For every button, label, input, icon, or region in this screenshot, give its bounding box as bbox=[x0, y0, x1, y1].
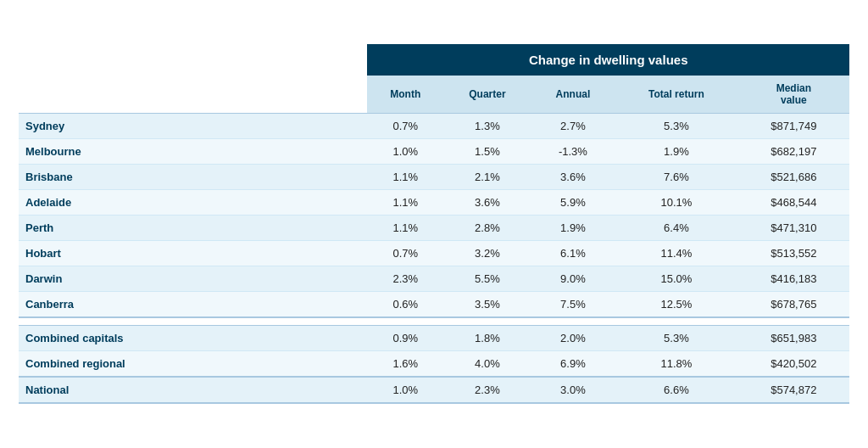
table-row: Adelaide1.1%3.6%5.9%10.1%$468,544 bbox=[19, 190, 849, 216]
table-row: Perth1.1%2.8%1.9%6.4%$471,310 bbox=[19, 216, 849, 241]
national-cell-month: 1.0% bbox=[367, 377, 443, 403]
cell-quarter: 1.3% bbox=[443, 114, 531, 139]
cell-month: 1.1% bbox=[367, 165, 443, 190]
national-cell-median_value: $574,872 bbox=[738, 377, 849, 403]
table-row: Brisbane1.1%2.1%3.6%7.6%$521,686 bbox=[19, 165, 849, 190]
cell-month: 1.1% bbox=[367, 190, 443, 216]
national-cell-total_return: 6.6% bbox=[615, 377, 737, 403]
col-header-quarter: Quarter bbox=[443, 76, 531, 114]
table-row: Melbourne1.0%1.5%-1.3%1.9%$682,197 bbox=[19, 139, 849, 165]
cell-annual: -1.3% bbox=[531, 139, 615, 165]
cell-median_value: $513,552 bbox=[738, 241, 849, 266]
cell-total_return: 15.0% bbox=[615, 266, 737, 292]
cell-month: 1.1% bbox=[367, 216, 443, 241]
city-name: Darwin bbox=[19, 266, 367, 292]
cell-total_return: 10.1% bbox=[615, 190, 737, 216]
cell-total_return: 5.3% bbox=[615, 114, 737, 139]
cell-annual: 7.5% bbox=[531, 292, 615, 318]
cell-median_value: $871,749 bbox=[738, 114, 849, 139]
combined-cell-total_return: 5.3% bbox=[615, 326, 737, 351]
table-row: Hobart0.7%3.2%6.1%11.4%$513,552 bbox=[19, 241, 849, 266]
empty-header bbox=[19, 44, 367, 76]
dwelling-values-table: Change in dwelling values Month Quarter … bbox=[19, 44, 849, 404]
combined-row: Combined capitals0.9%1.8%2.0%5.3%$651,98… bbox=[19, 326, 849, 351]
national-row: National1.0%2.3%3.0%6.6%$574,872 bbox=[19, 377, 849, 403]
cell-total_return: 7.6% bbox=[615, 165, 737, 190]
main-header-row: Change in dwelling values bbox=[19, 44, 849, 76]
cell-quarter: 3.6% bbox=[443, 190, 531, 216]
cell-median_value: $682,197 bbox=[738, 139, 849, 165]
cell-annual: 6.1% bbox=[531, 241, 615, 266]
cell-total_return: 12.5% bbox=[615, 292, 737, 318]
cell-month: 1.0% bbox=[367, 139, 443, 165]
cell-quarter: 2.8% bbox=[443, 216, 531, 241]
cell-quarter: 3.5% bbox=[443, 292, 531, 318]
combined-cell-month: 0.9% bbox=[367, 326, 443, 351]
city-name: Hobart bbox=[19, 241, 367, 266]
cell-median_value: $521,686 bbox=[738, 165, 849, 190]
cell-total_return: 1.9% bbox=[615, 139, 737, 165]
cell-month: 2.3% bbox=[367, 266, 443, 292]
national-city-name: National bbox=[19, 377, 367, 403]
cell-median_value: $471,310 bbox=[738, 216, 849, 241]
col-header-total-return: Total return bbox=[615, 76, 737, 114]
cell-median_value: $468,544 bbox=[738, 190, 849, 216]
cell-annual: 1.9% bbox=[531, 216, 615, 241]
separator-row bbox=[19, 317, 849, 326]
national-cell-quarter: 2.3% bbox=[443, 377, 531, 403]
cell-quarter: 1.5% bbox=[443, 139, 531, 165]
col-header-row: Month Quarter Annual Total return Median… bbox=[19, 76, 849, 114]
table-row: Sydney0.7%1.3%2.7%5.3%$871,749 bbox=[19, 114, 849, 139]
combined-cell-annual: 2.0% bbox=[531, 326, 615, 351]
city-name: Sydney bbox=[19, 114, 367, 139]
city-name: Brisbane bbox=[19, 165, 367, 190]
combined-cell-quarter: 1.8% bbox=[443, 326, 531, 351]
national-cell-annual: 3.0% bbox=[531, 377, 615, 403]
table-body: Sydney0.7%1.3%2.7%5.3%$871,749Melbourne1… bbox=[19, 114, 849, 404]
combined-cell-median_value: $651,983 bbox=[738, 326, 849, 351]
city-name: Canberra bbox=[19, 292, 367, 318]
col-header-annual: Annual bbox=[531, 76, 615, 114]
combined-cell-median_value: $420,502 bbox=[738, 351, 849, 378]
cell-annual: 2.7% bbox=[531, 114, 615, 139]
cell-month: 0.7% bbox=[367, 241, 443, 266]
combined-cell-quarter: 4.0% bbox=[443, 351, 531, 378]
combined-cell-total_return: 11.8% bbox=[615, 351, 737, 378]
cell-annual: 3.6% bbox=[531, 165, 615, 190]
col-header-month: Month bbox=[367, 76, 443, 114]
combined-city-name: Combined regional bbox=[19, 351, 367, 378]
cell-median_value: $416,183 bbox=[738, 266, 849, 292]
cell-total_return: 6.4% bbox=[615, 216, 737, 241]
combined-row: Combined regional1.6%4.0%6.9%11.8%$420,5… bbox=[19, 351, 849, 378]
combined-city-name: Combined capitals bbox=[19, 326, 367, 351]
cell-month: 0.6% bbox=[367, 292, 443, 318]
col-header-median-value: Medianvalue bbox=[738, 76, 849, 114]
cell-month: 0.7% bbox=[367, 114, 443, 139]
cell-quarter: 3.2% bbox=[443, 241, 531, 266]
table-row: Darwin2.3%5.5%9.0%15.0%$416,183 bbox=[19, 266, 849, 292]
table-wrapper: Change in dwelling values Month Quarter … bbox=[19, 44, 849, 404]
city-name: Perth bbox=[19, 216, 367, 241]
cell-total_return: 11.4% bbox=[615, 241, 737, 266]
combined-cell-month: 1.6% bbox=[367, 351, 443, 378]
city-name: Adelaide bbox=[19, 190, 367, 216]
combined-cell-annual: 6.9% bbox=[531, 351, 615, 378]
city-name: Melbourne bbox=[19, 139, 367, 165]
cell-annual: 9.0% bbox=[531, 266, 615, 292]
cell-median_value: $678,765 bbox=[738, 292, 849, 318]
main-header-cell: Change in dwelling values bbox=[367, 44, 849, 76]
table-row: Canberra0.6%3.5%7.5%12.5%$678,765 bbox=[19, 292, 849, 318]
cell-annual: 5.9% bbox=[531, 190, 615, 216]
cell-quarter: 2.1% bbox=[443, 165, 531, 190]
cell-quarter: 5.5% bbox=[443, 266, 531, 292]
col-header-city bbox=[19, 76, 367, 114]
